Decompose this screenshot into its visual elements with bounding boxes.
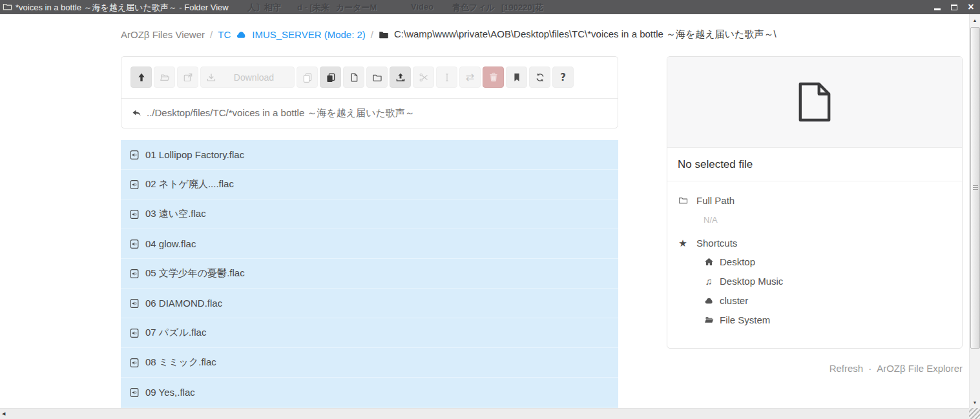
shortcut-file-system[interactable]: File System [704, 312, 952, 325]
file-row[interactable]: 08 ミミック.flac [121, 348, 618, 378]
breadcrumb-server-link[interactable]: IMUS_SERVER (Mode: 2) [252, 29, 366, 40]
file-new-icon [349, 72, 359, 83]
audio-file-icon [129, 269, 140, 279]
horizontal-scrollbar[interactable]: ◀ [0, 408, 969, 419]
rename-button[interactable] [436, 66, 457, 88]
refresh-icon [535, 72, 545, 83]
file-row[interactable]: 07 パズル.flac [121, 318, 618, 348]
cloud-icon [704, 296, 714, 305]
file-name: 09 Yes,.flac [145, 387, 195, 398]
open-in-new-window-button[interactable] [177, 66, 198, 88]
audio-file-icon [129, 298, 140, 309]
file-preview [667, 57, 962, 148]
file-operations-panel: Download⇄? ../Desktop/files/TC/*voices i… [121, 56, 618, 128]
full-path-label: Full Path [696, 195, 735, 206]
up-directory-button[interactable] [130, 66, 152, 88]
download-icon [206, 72, 216, 83]
file-row[interactable]: 06 DIAMOND.flac [121, 289, 618, 318]
no-selected-file-label: No selected file [667, 148, 962, 181]
open-button[interactable] [154, 66, 175, 88]
folder-outline-icon [678, 196, 688, 205]
folder-open-filled-icon [704, 315, 714, 325]
upload-icon [395, 72, 406, 83]
file-inspector-panel: No selected file Full Path N/A ★ Shortcu… [667, 56, 963, 349]
audio-file-icon [129, 358, 140, 368]
new-folder-button[interactable] [366, 66, 388, 88]
minimize-button[interactable] [933, 3, 941, 12]
audio-file-icon [129, 179, 140, 190]
file-row[interactable]: 02 ネトゲ廃人....flac [121, 170, 618, 199]
shortcut-label: Desktop [720, 256, 755, 267]
home-icon [704, 257, 714, 267]
shortcut-label: cluster [720, 295, 748, 306]
shortcut-label: File System [720, 314, 770, 325]
file-row[interactable]: 05 文学少年の憂鬱.flac [121, 259, 618, 289]
download-button[interactable]: Download [200, 66, 295, 88]
scroll-left-button[interactable]: ◀ [2, 409, 5, 419]
window-folder-icon [3, 2, 12, 12]
full-path-row: Full Path [678, 195, 952, 206]
titlebar: *voices in a bottle ～海を越え届いた歌声～ - Folder… [0, 0, 980, 14]
file-row[interactable]: 03 遠い空.flac [121, 199, 618, 229]
download-button-label: Download [216, 72, 294, 83]
shortcut-desktop-music[interactable]: ♫Desktop Music [704, 274, 952, 287]
breadcrumb-vroot-link[interactable]: TC [218, 29, 231, 40]
footer-separator: · [868, 363, 871, 374]
audio-file-icon [129, 328, 140, 338]
file-list: 01 Lollipop Factory.flac02 ネトゲ廃人....flac… [121, 140, 618, 408]
resize-grip[interactable] [969, 408, 980, 419]
music-icon: ♫ [704, 276, 714, 286]
ghost-window-text: d - [未来 [297, 2, 329, 14]
delete-button[interactable] [483, 66, 504, 88]
shortcut-label: Desktop Music [720, 276, 783, 287]
paste-button[interactable] [320, 66, 341, 88]
file-name: 03 遠い空.flac [145, 208, 206, 220]
go-up-icon[interactable] [132, 108, 141, 118]
scroll-down-button[interactable]: ▼ [970, 397, 980, 407]
shortcut-cluster[interactable]: cluster [704, 293, 952, 306]
new-file-button[interactable] [343, 66, 364, 88]
paste-icon [326, 72, 336, 83]
move-button[interactable]: ⇄ [459, 66, 481, 88]
text-cursor-icon [442, 72, 452, 83]
arrow-up-icon [136, 72, 147, 83]
shortcuts-row: ★ Shortcuts [678, 238, 952, 249]
audio-file-icon [129, 209, 140, 220]
audio-file-icon [129, 150, 140, 160]
refresh-link[interactable]: Refresh [829, 363, 864, 374]
question-icon: ? [560, 72, 566, 83]
breadcrumb: ArOZβ Files Viewer / TC IMUS_SERVER (Mod… [121, 28, 777, 41]
shortcut-desktop[interactable]: Desktop [704, 254, 952, 267]
app-title: ArOZβ Files Viewer [121, 29, 205, 40]
scroll-up-button[interactable]: ▲ [970, 15, 980, 25]
relative-path: ../Desktop/files/TC/*voices in a bottle … [147, 107, 415, 119]
window-controls: × [933, 0, 975, 14]
file-name: 01 Lollipop Factory.flac [145, 149, 244, 160]
refresh-button[interactable] [529, 66, 550, 88]
copy-button[interactable] [297, 66, 318, 88]
maximize-button[interactable] [950, 3, 958, 12]
vertical-scrollbar-thumb[interactable] [970, 27, 980, 349]
folder-view-window: *voices in a bottle ～海を越え届いた歌声～ - Folder… [0, 0, 980, 419]
file-name: 02 ネトゲ廃人....flac [145, 178, 234, 190]
folder-open-icon [160, 72, 170, 83]
toolbar: Download⇄? [121, 57, 618, 99]
file-row[interactable]: 01 Lollipop Factory.flac [121, 140, 618, 170]
file-row[interactable]: 09 Yes,.flac [121, 378, 618, 407]
file-name: 04 glow.flac [145, 238, 196, 249]
scrollbar-grip-icon [973, 185, 978, 190]
bookmark-icon [512, 72, 522, 83]
breadcrumb-separator: / [371, 29, 373, 40]
brand-link[interactable]: ArOZβ File Explorer [877, 363, 963, 374]
vertical-scrollbar[interactable]: ▲ ▼ [969, 14, 980, 408]
file-row[interactable]: 04 glow.flac [121, 229, 618, 259]
cut-button[interactable] [413, 66, 434, 88]
ghost-window-text: 人〕相守 [247, 2, 281, 14]
audio-file-icon [129, 239, 140, 249]
help-button[interactable]: ? [552, 66, 574, 88]
close-button[interactable]: × [967, 3, 975, 12]
upload-button[interactable] [390, 66, 411, 88]
copy-icon [302, 72, 313, 83]
breadcrumb-separator: / [210, 29, 213, 40]
bookmark-button[interactable] [506, 66, 527, 88]
